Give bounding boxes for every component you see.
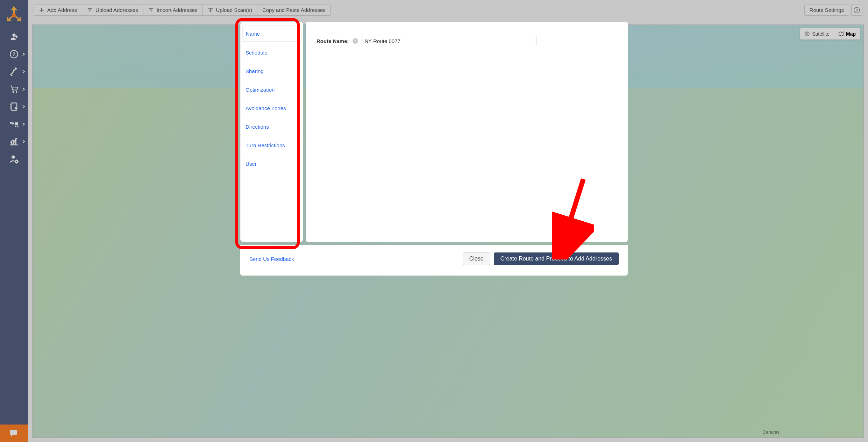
- settings-tab-list: NameScheduleSharingOptimizationAvoidance…: [240, 22, 303, 242]
- modal-footer: Send Us Feedback Close Create Route and …: [240, 245, 628, 276]
- settings-tab-schedule[interactable]: Schedule: [241, 43, 303, 62]
- settings-tab-optimization[interactable]: Optimization: [241, 80, 303, 99]
- send-feedback-link[interactable]: Send Us Feedback: [249, 256, 294, 262]
- route-name-row: Route Name: ?: [316, 36, 617, 46]
- settings-tab-user[interactable]: User: [241, 155, 303, 173]
- route-name-help-icon[interactable]: ?: [353, 38, 358, 44]
- settings-tab-avoidance-zones[interactable]: Avoidance Zones: [241, 99, 303, 117]
- settings-tab-directions[interactable]: Directions: [241, 117, 303, 136]
- route-settings-modal: NameScheduleSharingOptimizationAvoidance…: [240, 22, 628, 276]
- close-button[interactable]: Close: [463, 252, 490, 265]
- create-route-button[interactable]: Create Route and Proceed to Add Addresse…: [494, 252, 619, 265]
- route-name-label: Route Name:: [316, 38, 349, 44]
- route-name-input[interactable]: [362, 36, 536, 46]
- settings-panel-name: Route Name: ?: [306, 22, 628, 242]
- settings-tab-name[interactable]: Name: [242, 26, 301, 42]
- settings-tab-sharing[interactable]: Sharing: [241, 62, 303, 80]
- settings-tab-turn-restrictions[interactable]: Turn Restrictions: [241, 136, 303, 155]
